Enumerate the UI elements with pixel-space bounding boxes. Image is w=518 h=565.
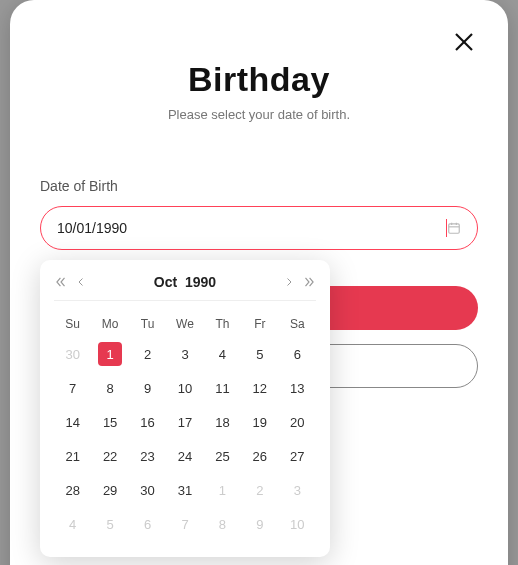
calendar-day[interactable]: 5 [241, 337, 278, 371]
calendar-day[interactable]: 6 [279, 337, 316, 371]
calendar-day[interactable]: 7 [54, 371, 91, 405]
calendar-day[interactable]: 31 [166, 473, 203, 507]
calendar-day[interactable]: 12 [241, 371, 278, 405]
close-icon [452, 30, 476, 54]
calendar-day[interactable]: 1 [204, 473, 241, 507]
chevron-right-icon [283, 276, 295, 288]
calendar-title[interactable]: Oct 1990 [154, 274, 216, 290]
prev-year-button[interactable] [54, 275, 68, 289]
double-chevron-left-icon [54, 275, 68, 289]
calendar-day[interactable]: 8 [204, 507, 241, 541]
calendar-day[interactable]: 28 [54, 473, 91, 507]
calendar-day[interactable]: 10 [166, 371, 203, 405]
calendar-day[interactable]: 9 [129, 371, 166, 405]
calendar-dow: Tu [129, 311, 166, 337]
calendar-day[interactable]: 20 [279, 405, 316, 439]
calendar-day[interactable]: 30 [129, 473, 166, 507]
calendar-day[interactable]: 8 [91, 371, 128, 405]
calendar-dow: Su [54, 311, 91, 337]
modal-subtitle: Please select your date of birth. [40, 107, 478, 122]
next-month-button[interactable] [282, 275, 296, 289]
calendar-day[interactable]: 22 [91, 439, 128, 473]
next-year-button[interactable] [302, 275, 316, 289]
calendar-day[interactable]: 14 [54, 405, 91, 439]
date-picker-popover: Oct 1990 SuMoTuWeThFrSa30123456789101112… [40, 260, 330, 557]
calendar-icon [447, 221, 461, 235]
calendar-day[interactable]: 21 [54, 439, 91, 473]
calendar-day[interactable]: 10 [279, 507, 316, 541]
calendar-dow: Th [204, 311, 241, 337]
calendar-day[interactable]: 30 [54, 337, 91, 371]
calendar-day[interactable]: 15 [91, 405, 128, 439]
calendar-dow: We [166, 311, 203, 337]
calendar-day[interactable]: 11 [204, 371, 241, 405]
calendar-day[interactable]: 1 [91, 337, 128, 371]
calendar-dow: Mo [91, 311, 128, 337]
dob-label: Date of Birth [40, 178, 478, 194]
calendar-day[interactable]: 2 [241, 473, 278, 507]
calendar-day[interactable]: 5 [91, 507, 128, 541]
dob-input-wrap[interactable] [40, 206, 478, 250]
calendar-day[interactable]: 3 [279, 473, 316, 507]
calendar-day[interactable]: 4 [204, 337, 241, 371]
calendar-day[interactable]: 29 [91, 473, 128, 507]
calendar-day[interactable]: 25 [204, 439, 241, 473]
calendar-day[interactable]: 2 [129, 337, 166, 371]
calendar-dow: Fr [241, 311, 278, 337]
calendar-day[interactable]: 16 [129, 405, 166, 439]
calendar-day[interactable]: 24 [166, 439, 203, 473]
calendar-day[interactable]: 23 [129, 439, 166, 473]
calendar-day[interactable]: 3 [166, 337, 203, 371]
calendar-day[interactable]: 26 [241, 439, 278, 473]
calendar-day[interactable]: 19 [241, 405, 278, 439]
calendar-dow: Sa [279, 311, 316, 337]
prev-month-button[interactable] [74, 275, 88, 289]
calendar-day[interactable]: 7 [166, 507, 203, 541]
calendar-day[interactable]: 17 [166, 405, 203, 439]
birthday-modal: Birthday Please select your date of birt… [10, 0, 508, 565]
modal-title: Birthday [40, 60, 478, 99]
calendar-day[interactable]: 13 [279, 371, 316, 405]
calendar-day[interactable]: 18 [204, 405, 241, 439]
dob-input[interactable] [57, 220, 448, 236]
calendar-day[interactable]: 4 [54, 507, 91, 541]
calendar-year-label: 1990 [185, 274, 216, 290]
svg-rect-2 [449, 224, 460, 233]
calendar-day[interactable]: 27 [279, 439, 316, 473]
close-button[interactable] [450, 28, 478, 56]
calendar-day[interactable]: 6 [129, 507, 166, 541]
calendar-day[interactable]: 9 [241, 507, 278, 541]
calendar-month-label: Oct [154, 274, 177, 290]
double-chevron-right-icon [302, 275, 316, 289]
chevron-left-icon [75, 276, 87, 288]
